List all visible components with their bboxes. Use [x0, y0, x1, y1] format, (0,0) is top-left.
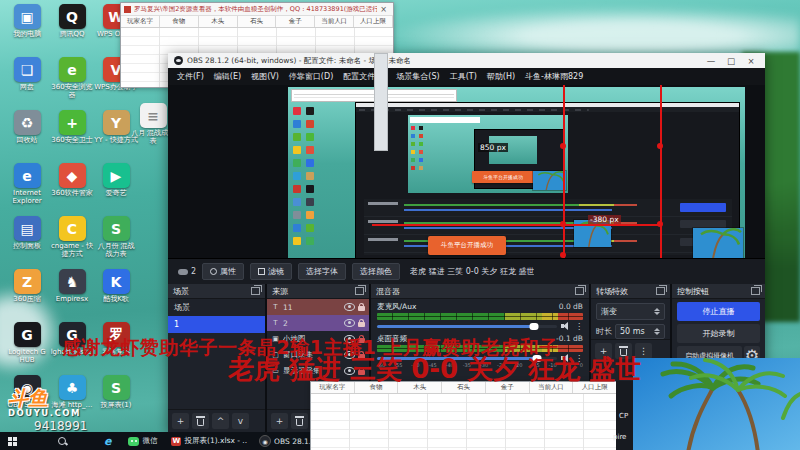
obs-window-title: OBS 28.1.2 (64-bit, windows) - 配置文件: 未命名… [187, 56, 699, 66]
control-panel-icon[interactable]: ▤ 控制面板 [4, 216, 50, 265]
speaker-icon[interactable] [561, 322, 571, 331]
ghub-icon[interactable]: G Logitech G HUB [4, 322, 50, 371]
icon-glyph: Z [14, 269, 41, 294]
icon-label: 控制面板 [13, 242, 41, 250]
menu-item[interactable]: 视图(V) [246, 69, 284, 84]
source-name: 11 [283, 303, 341, 312]
taskbar-item[interactable] [54, 433, 74, 449]
menu-item[interactable]: 编辑(E) [209, 69, 246, 84]
popout-icon[interactable] [355, 287, 364, 295]
column-header[interactable]: 食物 [160, 16, 199, 27]
visibility-eye-icon[interactable] [344, 319, 355, 327]
taskbar-item[interactable]: 微信 [124, 433, 161, 449]
menu-item[interactable]: 文件(F) [172, 69, 209, 84]
folder-icon[interactable]: ❏ 网盘 [4, 57, 50, 106]
menu-item[interactable]: 斗鱼-林琳雨829 [520, 69, 588, 84]
column-header[interactable]: 金子 [276, 16, 315, 27]
selection-line-vertical-1[interactable] [563, 85, 565, 258]
360-browser-icon[interactable]: e 360安全浏览器 [49, 57, 95, 106]
controls-dock-header[interactable]: 控制按钮 [672, 284, 765, 299]
scene-row[interactable]: 场景 [168, 299, 265, 316]
icon-glyph: Q [59, 4, 86, 29]
column-header[interactable]: 石头 [238, 16, 277, 27]
computer-icon[interactable]: ▣ 我的电脑 [4, 4, 50, 53]
ie-icon[interactable]: e Internet Explorer [4, 163, 50, 212]
transitions-dock-header[interactable]: 转场特效 [591, 284, 670, 299]
filters-button[interactable]: 滤镜 [250, 263, 292, 280]
visibility-eye-icon[interactable] [344, 303, 355, 311]
transition-select[interactable]: 渐变 [596, 303, 665, 320]
minimize-icon[interactable]: — [703, 56, 719, 66]
resource-table-body [311, 394, 617, 450]
360-safe-icon[interactable]: + 360安全卫士 [49, 110, 95, 159]
volume-slider[interactable] [377, 325, 557, 328]
icon-glyph: ❏ [14, 57, 41, 82]
scene-row[interactable]: 1 [168, 316, 265, 333]
room-id: 9418991 [34, 419, 87, 433]
selection-line-horizontal[interactable] [372, 224, 662, 226]
menu-item[interactable]: 帮助(H) [482, 69, 520, 84]
iqiyi-icon[interactable]: ▶ 爱奇艺 [93, 163, 139, 212]
icon-glyph: + [59, 110, 86, 135]
maximize-icon[interactable]: □ [723, 56, 739, 66]
duration-label: 时长 [596, 326, 612, 337]
icon-label: Empiresx [56, 295, 88, 303]
taskbar-item[interactable] [4, 433, 24, 449]
popout-icon[interactable] [751, 287, 760, 295]
stop-streaming-button[interactable]: 停止直播 [677, 302, 760, 321]
recycle-bin-icon[interactable]: ♻ 回收站 [4, 110, 50, 159]
column-header[interactable]: 木头 [199, 16, 238, 27]
popout-icon[interactable] [575, 287, 584, 295]
remove-source-icon[interactable] [291, 413, 308, 429]
zip-icon[interactable]: Z 360压缩 [4, 269, 50, 318]
move-scene-up-icon[interactable]: ^ [212, 413, 229, 429]
empiresx-icon[interactable]: ♞ Empiresx [49, 269, 95, 318]
properties-button[interactable]: 属性 [202, 263, 244, 280]
cngame-icon[interactable]: C cngame - 快捷方式 [49, 216, 95, 265]
column-header[interactable]: 人口上限 [354, 16, 393, 27]
close-icon[interactable]: × [743, 56, 759, 66]
popout-icon[interactable] [251, 287, 260, 295]
lock-icon[interactable] [358, 306, 365, 311]
k-app-icon[interactable]: K 酷我K歌 [93, 269, 139, 318]
sheet-icon[interactable]: S 八月份 混战 战力表 [93, 216, 139, 265]
menu-item[interactable]: 工具(T) [445, 69, 482, 84]
select-color-button[interactable]: 选择颜色 [352, 263, 400, 280]
icon-glyph: ♻ [14, 110, 41, 135]
source-row[interactable]: T 2 [267, 315, 369, 331]
qq-icon[interactable]: Q 腾讯QQ [49, 4, 95, 53]
selection-handle[interactable] [560, 143, 566, 149]
lock-icon[interactable] [358, 322, 365, 327]
column-header[interactable]: 玩家名字 [121, 16, 160, 27]
selection-handle[interactable] [657, 143, 663, 149]
remove-scene-icon[interactable] [192, 413, 209, 429]
duration-input[interactable]: 50 ms [615, 324, 665, 339]
taskbar-item[interactable]: e [100, 433, 118, 449]
sources-dock-header[interactable]: 来源 [267, 284, 369, 299]
mixer-dock-header[interactable]: 混音器 [371, 284, 589, 299]
scenes-dock-header[interactable]: 场景 [168, 284, 265, 299]
channel-menu-icon[interactable]: ⋮ [575, 322, 583, 331]
add-source-icon[interactable]: + [271, 413, 288, 429]
move-scene-down-icon[interactable]: v [232, 413, 249, 429]
popout-icon[interactable] [656, 287, 665, 295]
start-recording-button[interactable]: 开始录制 [677, 324, 760, 343]
menu-item[interactable]: 场景集合(S) [391, 69, 444, 84]
selection-handle[interactable] [560, 221, 566, 227]
obs-logo-icon [174, 56, 183, 65]
source-row[interactable]: T 11 [267, 299, 369, 315]
resource-viewer-titlebar[interactable]: 罗马复兴\帝国2资源查看器，本软件由血狼圣创制作，QQ：418733891(游戏… [121, 3, 393, 16]
column-header[interactable]: 当前人口 [315, 16, 354, 27]
select-font-button[interactable]: 选择字体 [298, 263, 346, 280]
close-icon[interactable]: × [377, 5, 390, 14]
selection-handle[interactable] [657, 221, 663, 227]
obs-titlebar[interactable]: OBS 28.1.2 (64-bit, windows) - 配置文件: 未命名… [168, 53, 765, 68]
selection-handle[interactable] [560, 252, 566, 258]
360-manager-icon[interactable]: ◆ 360软件管家 [49, 163, 95, 212]
selection-line-vertical-2[interactable] [660, 85, 662, 258]
sheet-icon[interactable]: S 投屏表(1) [93, 375, 139, 424]
obs-preview[interactable]: 斗鱼平台开播成功 850 px -380 px 斗鱼平台开播成功 [168, 85, 765, 258]
taskbar-item[interactable]: W 投屏表(1).xlsx - .. [167, 433, 251, 449]
menu-item[interactable]: 停靠窗口(D) [284, 69, 338, 84]
add-scene-icon[interactable]: + [172, 413, 189, 429]
